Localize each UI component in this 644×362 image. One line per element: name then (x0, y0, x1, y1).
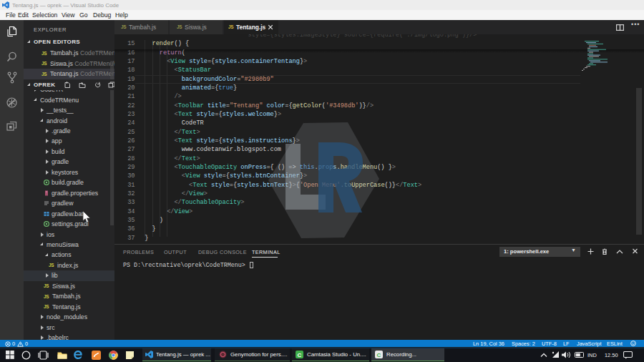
svg-text:C: C (298, 351, 302, 358)
svg-text:C: C (377, 351, 381, 358)
